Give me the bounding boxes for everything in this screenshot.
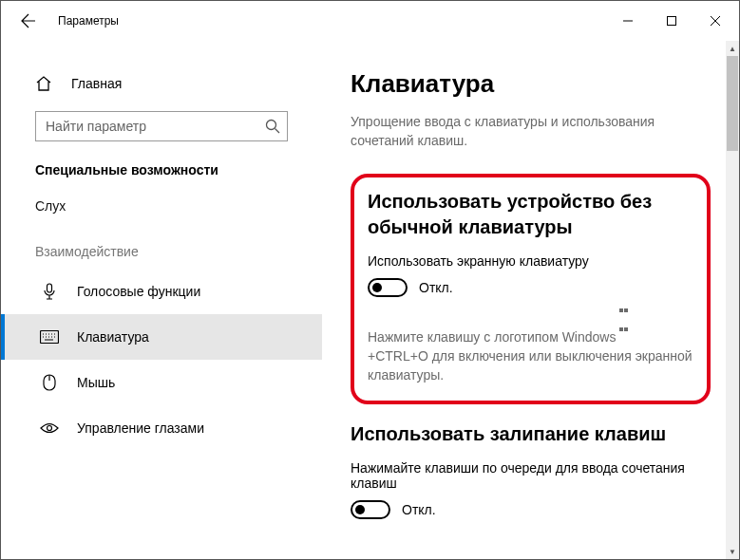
maximize-button[interactable] bbox=[650, 6, 693, 36]
toggle-sticky-state: Откл. bbox=[402, 502, 436, 517]
scroll-track[interactable] bbox=[726, 56, 739, 544]
search-input[interactable] bbox=[35, 111, 288, 141]
titlebar: Параметры bbox=[1, 1, 739, 41]
eye-icon bbox=[39, 421, 60, 435]
close-button[interactable] bbox=[693, 6, 737, 36]
page-title: Клавиатура bbox=[351, 69, 711, 99]
sidebar-item-mouse[interactable]: Мышь bbox=[1, 360, 322, 405]
sidebar-item-voice[interactable]: Голосовые функции bbox=[1, 269, 322, 314]
page-subtitle: Упрощение ввода с клавиатуры и использов… bbox=[351, 112, 711, 151]
toggle-osk[interactable] bbox=[368, 278, 408, 297]
svg-rect-0 bbox=[668, 17, 676, 26]
sidebar-item-label: Голосовые функции bbox=[77, 284, 200, 299]
content: Клавиатура Упрощение ввода с клавиатуры … bbox=[322, 41, 739, 559]
highlighted-section: Использовать устройство без обычной клав… bbox=[351, 174, 711, 404]
mouse-icon bbox=[39, 374, 60, 391]
sidebar-item-label: Мышь bbox=[77, 375, 115, 390]
home-icon bbox=[35, 75, 56, 92]
arrow-left-icon bbox=[21, 13, 36, 28]
sidebar-group-interaction: Взаимодействие bbox=[1, 223, 322, 269]
keyboard-icon bbox=[39, 330, 60, 344]
sidebar-item-hearing[interactable]: Слух bbox=[1, 189, 322, 223]
scroll-up-button[interactable]: ▲ bbox=[726, 41, 739, 56]
scroll-thumb[interactable] bbox=[727, 56, 738, 151]
toggle-osk-state: Откл. bbox=[419, 280, 453, 295]
section-title-sticky: Использовать залипание клавиш bbox=[351, 421, 711, 447]
svg-rect-2 bbox=[47, 284, 52, 292]
window-title: Параметры bbox=[58, 14, 119, 28]
scroll-down-button[interactable]: ▼ bbox=[726, 544, 739, 559]
search-wrap bbox=[35, 111, 288, 141]
sidebar: Главная Специальные возможности Слух Вза… bbox=[1, 41, 322, 559]
sidebar-item-keyboard[interactable]: Клавиатура bbox=[1, 314, 322, 360]
toggle-sticky[interactable] bbox=[351, 500, 390, 519]
svg-point-5 bbox=[47, 426, 52, 431]
back-button[interactable] bbox=[12, 5, 45, 37]
scrollbar[interactable]: ▲ ▼ bbox=[726, 41, 739, 559]
microphone-icon bbox=[39, 283, 60, 300]
setting-label-sticky: Нажимайте клавиши по очереди для ввода с… bbox=[351, 460, 711, 491]
sidebar-item-label: Клавиатура bbox=[77, 329, 149, 345]
sidebar-home[interactable]: Главная bbox=[1, 67, 322, 100]
windows-logo-icon bbox=[619, 308, 629, 318]
sidebar-item-eye-control[interactable]: Управление глазами bbox=[1, 405, 322, 451]
svg-point-1 bbox=[267, 121, 276, 130]
section-title-osk: Использовать устройство без обычной клав… bbox=[368, 189, 693, 240]
sidebar-home-label: Главная bbox=[71, 76, 122, 91]
sidebar-section-header: Специальные возможности bbox=[1, 155, 322, 189]
sidebar-item-label: Управление глазами bbox=[77, 420, 204, 436]
minimize-button[interactable] bbox=[606, 6, 650, 36]
setting-label-osk: Использовать экранную клавиатуру bbox=[368, 253, 693, 269]
search-icon bbox=[265, 119, 280, 134]
window-controls bbox=[606, 6, 737, 36]
hint-osk: Нажмите клавишу с логотипом Windows +CTR… bbox=[368, 308, 693, 385]
